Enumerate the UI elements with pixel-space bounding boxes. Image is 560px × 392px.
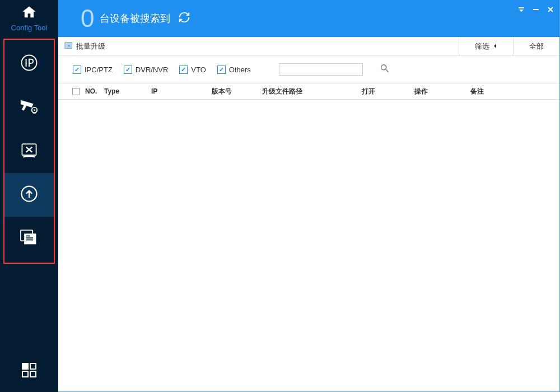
sidebar-item-tools[interactable] bbox=[4, 129, 54, 173]
sidebar: Config Tool bbox=[0, 0, 58, 392]
sidebar-item-templates[interactable] bbox=[4, 217, 54, 260]
sidebar-item-camera[interactable] bbox=[4, 86, 54, 129]
checkbox-dvr-nvr[interactable]: DVR/NVR bbox=[124, 66, 169, 74]
svg-rect-12 bbox=[22, 371, 28, 377]
th-ip: IP bbox=[151, 87, 212, 95]
batch-upgrade-icon bbox=[64, 40, 74, 53]
topbar-title: 台设备被搜索到 bbox=[100, 12, 170, 25]
svg-rect-9 bbox=[26, 240, 33, 241]
checkbox-icon bbox=[73, 66, 81, 74]
checkbox-label: IPC/PTZ bbox=[85, 66, 113, 74]
main-area: 0 台设备被搜索到 bbox=[58, 0, 560, 392]
ip-icon bbox=[19, 53, 39, 75]
close-button[interactable] bbox=[547, 6, 554, 15]
select-all-checkbox[interactable] bbox=[66, 88, 85, 95]
sidebar-nav-highlighted bbox=[3, 39, 55, 264]
checkbox-label: VTO bbox=[191, 66, 206, 74]
apps-grid-icon bbox=[21, 362, 38, 381]
templates-icon bbox=[20, 229, 39, 248]
th-no: NO. bbox=[85, 87, 104, 95]
checkbox-vto[interactable]: VTO bbox=[179, 66, 206, 74]
table-header: NO. Type IP 版本号 升级文件路径 打开 操作 备注 bbox=[58, 83, 559, 100]
filter-row: IPC/PTZ DVR/NVR VTO Others bbox=[58, 56, 559, 83]
sidebar-item-upgrade[interactable] bbox=[4, 173, 54, 217]
svg-rect-13 bbox=[30, 371, 36, 377]
svg-rect-7 bbox=[26, 235, 30, 236]
th-open: 打开 bbox=[362, 87, 414, 96]
table-body bbox=[58, 100, 559, 391]
camera-icon bbox=[18, 97, 40, 118]
checkbox-others[interactable]: Others bbox=[217, 66, 251, 74]
svg-rect-8 bbox=[26, 237, 33, 239]
checkbox-label: Others bbox=[229, 66, 251, 74]
checkbox-icon bbox=[217, 66, 226, 74]
home-icon bbox=[21, 4, 38, 22]
checkbox-icon bbox=[179, 66, 188, 74]
checkbox-ipc-ptz[interactable]: IPC/PTZ bbox=[73, 66, 113, 74]
filter-label: 筛选 bbox=[475, 41, 489, 52]
svg-rect-6 bbox=[24, 234, 36, 244]
svg-point-2 bbox=[34, 109, 35, 111]
chevron-left-icon bbox=[493, 42, 497, 50]
svg-point-17 bbox=[381, 65, 386, 70]
batch-upgrade-button[interactable]: 批量升级 bbox=[58, 37, 105, 55]
th-remark: 备注 bbox=[470, 87, 552, 96]
th-path: 升级文件路径 bbox=[262, 87, 362, 96]
all-label: 全部 bbox=[529, 41, 544, 52]
all-button[interactable]: 全部 bbox=[513, 37, 559, 55]
device-count: 0 bbox=[81, 4, 94, 32]
th-version: 版本号 bbox=[212, 87, 262, 96]
sidebar-apps-button[interactable] bbox=[0, 354, 58, 392]
svg-rect-14 bbox=[519, 7, 524, 8]
th-type: Type bbox=[104, 87, 151, 95]
app-logo[interactable]: Config Tool bbox=[0, 0, 58, 35]
topbar: 0 台设备被搜索到 bbox=[58, 0, 559, 37]
checkbox-label: DVR/NVR bbox=[136, 66, 169, 74]
th-operate: 操作 bbox=[414, 87, 470, 96]
dropdown-icon[interactable] bbox=[518, 6, 525, 15]
svg-rect-10 bbox=[22, 363, 28, 369]
batch-upgrade-label: 批量升级 bbox=[76, 41, 105, 52]
search-input[interactable] bbox=[279, 63, 363, 76]
window-controls bbox=[518, 6, 554, 15]
refresh-button[interactable] bbox=[178, 11, 190, 26]
filter-button[interactable]: 筛选 bbox=[459, 37, 513, 55]
tools-icon bbox=[19, 140, 39, 162]
checkbox-icon bbox=[124, 66, 132, 74]
toolbar: 批量升级 筛选 全部 bbox=[58, 37, 559, 56]
svg-rect-11 bbox=[30, 363, 36, 369]
svg-rect-15 bbox=[533, 9, 539, 10]
app-label: Config Tool bbox=[11, 24, 48, 32]
sidebar-item-ip[interactable] bbox=[4, 42, 54, 86]
search-button[interactable] bbox=[380, 63, 390, 76]
upgrade-icon bbox=[19, 184, 39, 206]
minimize-button[interactable] bbox=[533, 6, 539, 15]
